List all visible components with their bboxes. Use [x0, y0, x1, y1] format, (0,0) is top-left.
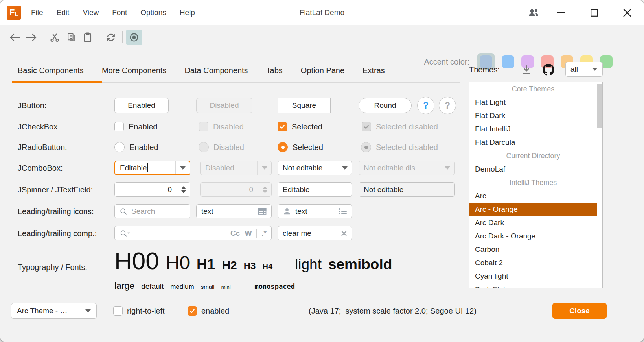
spinner-disabled: 0 [200, 182, 272, 197]
combobox-arrow-button[interactable] [175, 161, 190, 174]
textfield-value[interactable]: clear me [283, 229, 311, 238]
textfield-value[interactable]: Editable [283, 185, 310, 194]
menu-edit[interactable]: Edit [57, 8, 70, 17]
clear-x-icon[interactable] [341, 230, 347, 237]
h2-sample: H2 [222, 259, 237, 272]
editable-combobox[interactable]: Editable [114, 161, 190, 175]
disabled-combobox: Disabled [200, 161, 272, 175]
users-icon[interactable] [523, 0, 545, 25]
theme-item-dark-flat[interactable]: Dark Flat [469, 283, 597, 288]
titlebar: FL FileEditViewFontOptionsHelp FlatLaf D… [0, 0, 644, 25]
menu-help[interactable]: Help [180, 8, 195, 17]
editable-textfield[interactable]: Editable [278, 182, 352, 197]
back-arrow-icon[interactable] [7, 30, 23, 45]
text-field-user[interactable]: text [278, 204, 352, 218]
radio-button-selected[interactable] [278, 142, 288, 152]
maximize-button[interactable] [578, 0, 611, 25]
spinner-up-icon [263, 186, 267, 189]
regex-toggle[interactable]: .* [261, 229, 267, 238]
round-button[interactable]: Round [359, 98, 412, 113]
user-icon [283, 207, 291, 216]
not-editable-disabled-combobox: Not editable dis… [359, 161, 455, 175]
refresh-icon[interactable] [103, 30, 119, 45]
tab-option-pane[interactable]: Option Pane [301, 66, 344, 76]
help-button-disabled[interactable]: ? [439, 97, 456, 114]
whole-word-toggle[interactable]: W [245, 229, 252, 238]
enabled-button[interactable]: Enabled [114, 98, 169, 113]
menu-options[interactable]: Options [140, 8, 166, 17]
rtl-label: right-to-left [127, 307, 165, 316]
app-logo-icon: FL [7, 6, 21, 20]
combobox-arrow-button[interactable] [338, 161, 352, 175]
h0-sample: H0 [166, 253, 190, 274]
jcombobox-row: JComboBox: Editable Disabled Not editabl… [0, 161, 644, 175]
jspinner-row: JSpinner / JTextField: 0 0 Editable Not … [0, 182, 644, 197]
window-title: FlatLaf Demo [300, 0, 344, 25]
spinner-down-icon[interactable] [181, 190, 186, 193]
github-icon[interactable] [543, 64, 554, 76]
large-sample: large [114, 281, 134, 291]
clearable-field[interactable]: clear me [278, 226, 352, 240]
tab-extras[interactable]: Extras [362, 66, 385, 76]
enabled-checkbox[interactable] [188, 306, 197, 316]
radio-selected-group: Selected [278, 141, 323, 153]
search-field[interactable]: Search [114, 204, 190, 218]
chevron-down-icon [342, 166, 348, 170]
menu-font[interactable]: Font [112, 8, 127, 17]
help-button[interactable]: ? [417, 97, 434, 114]
minimize-button[interactable] [545, 0, 578, 25]
themes-group-separator: Core Themes [469, 82, 597, 96]
rtl-checkbox[interactable] [113, 306, 123, 316]
themes-filter-combo[interactable]: all [565, 62, 603, 77]
theme-item-carbon[interactable]: Carbon [469, 243, 597, 256]
download-icon[interactable] [521, 65, 532, 75]
combobox-value: Not editable dis… [364, 164, 440, 172]
table-icon[interactable] [258, 207, 267, 215]
spinner-value[interactable]: 0 [120, 185, 177, 194]
radio-label: Enabled [129, 143, 158, 152]
theme-quick-combo[interactable]: Arc Theme - … [11, 303, 97, 319]
chevron-down-icon [592, 68, 598, 71]
toolbar-separator [122, 31, 123, 43]
close-button[interactable]: Close [552, 303, 607, 319]
tab-data-components[interactable]: Data Components [184, 66, 248, 76]
logo-letter-f: F [9, 8, 15, 17]
checkbox[interactable] [114, 122, 124, 131]
radio-button[interactable] [114, 142, 125, 152]
match-case-toggle[interactable]: Cc [230, 229, 240, 238]
jradiobutton-row-label: JRadioButton: [18, 143, 67, 152]
list-icon[interactable] [339, 207, 347, 215]
textfield-value[interactable]: text [295, 207, 307, 216]
search-with-menu-icon[interactable] [120, 229, 131, 237]
close-window-button[interactable] [611, 0, 644, 25]
cut-icon[interactable] [46, 30, 63, 45]
search-with-options-field[interactable]: Cc W .* [114, 226, 272, 240]
text-field-table[interactable]: text [196, 204, 272, 218]
eye-icon[interactable] [126, 30, 142, 45]
tab-tabs[interactable]: Tabs [266, 66, 283, 76]
not-editable-combobox[interactable]: Not editable [278, 161, 352, 175]
paste-icon[interactable] [79, 30, 96, 45]
spinner[interactable]: 0 [114, 182, 190, 197]
leading-trailing-comp-row: Leading/trailing comp.: Cc W .* clear me [0, 226, 644, 240]
combobox-value[interactable]: Editable [120, 164, 147, 172]
spinner-up-icon[interactable] [181, 186, 186, 189]
spinner-buttons[interactable] [177, 183, 190, 196]
tab-basic-components[interactable]: Basic Components [18, 66, 84, 76]
menu-file[interactable]: File [31, 8, 43, 17]
theme-quick-combo-value: Arc Theme - … [17, 307, 85, 315]
checkbox-label: Disabled [213, 122, 244, 131]
square-button[interactable]: Square [278, 98, 331, 113]
textfield-value[interactable]: text [201, 207, 213, 216]
menu-view[interactable]: View [83, 8, 99, 17]
tab-more-components[interactable]: More Components [102, 66, 167, 76]
enabled-label: enabled [201, 307, 229, 316]
jbutton-row: JButton: Enabled Disabled Square Round ?… [0, 98, 644, 113]
checkbox-checked[interactable] [278, 122, 287, 131]
disabled-button: Disabled [196, 98, 252, 113]
logo-letter-l: L [15, 11, 18, 17]
copy-icon[interactable] [63, 30, 79, 45]
h00-sample: H00 [114, 248, 159, 274]
forward-arrow-icon[interactable] [23, 30, 40, 45]
themes-label: Themes: [469, 65, 500, 74]
